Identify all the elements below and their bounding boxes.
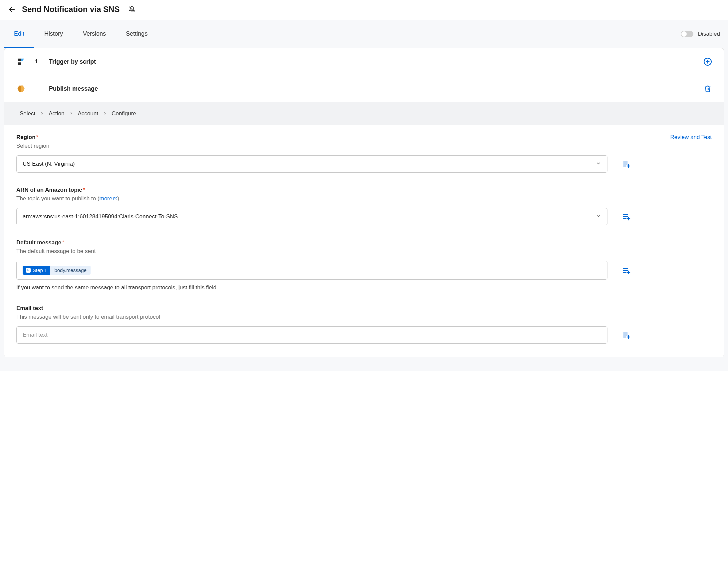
field-default-message-note: If you want to send the same message to … — [16, 284, 712, 291]
region-value: US East (N. Virginia) — [23, 161, 75, 167]
step-data-pill[interactable]: FStep 1 body.message — [23, 266, 90, 275]
plus-circle-icon — [703, 57, 712, 66]
enable-toggle[interactable] — [681, 31, 693, 37]
trash-icon — [704, 85, 711, 92]
insert-step-data-button[interactable] — [622, 160, 631, 168]
breadcrumb-select[interactable]: Select — [20, 110, 35, 117]
arn-value: arn:aws:sns:us-east-1:601284195094:Clari… — [23, 213, 178, 220]
insert-data-icon — [622, 160, 630, 168]
breadcrumb-account[interactable]: Account — [78, 110, 98, 117]
tabs: Edit History Versions Settings — [4, 20, 158, 48]
field-region-help: Select region — [16, 143, 712, 149]
arn-more-link[interactable]: more — [99, 195, 117, 202]
breadcrumb-action[interactable]: Action — [49, 110, 64, 117]
insert-data-icon — [622, 213, 630, 221]
field-email-text-help: This message will be sent only to email … — [16, 314, 712, 320]
claris-icon — [16, 56, 26, 67]
trigger-step-number: 1 — [35, 58, 40, 65]
insert-data-icon — [622, 331, 630, 339]
field-arn: ARN of an Amazon topic* The topic you wa… — [16, 187, 712, 225]
required-asterisk: * — [83, 187, 85, 193]
svg-marker-6 — [21, 86, 25, 92]
required-asterisk: * — [62, 239, 64, 246]
enable-toggle-wrap: Disabled — [681, 31, 720, 37]
add-step-button[interactable] — [703, 57, 712, 66]
notifications-muted-icon[interactable] — [128, 6, 135, 13]
delete-step-button[interactable] — [703, 84, 712, 93]
field-arn-help: The topic you want to publish to (more) — [16, 195, 712, 202]
svg-line-12 — [115, 197, 116, 199]
page-header: Send Notification via SNS — [0, 0, 728, 20]
field-region: Region* Select region US East (N. Virgin… — [16, 134, 712, 173]
arrow-left-icon — [8, 6, 16, 13]
enable-toggle-label: Disabled — [698, 31, 720, 37]
trigger-step-title: Trigger by script — [49, 58, 694, 65]
configure-form: Review and Test Region* Select region US… — [4, 125, 724, 357]
aws-sns-icon — [16, 83, 26, 94]
chevron-down-icon — [596, 161, 601, 168]
tab-versions[interactable]: Versions — [73, 20, 116, 48]
chevron-right-icon — [69, 110, 73, 117]
chevron-right-icon — [40, 110, 44, 117]
default-message-input[interactable]: FStep 1 body.message — [16, 261, 607, 280]
field-email-text: Email text This message will be sent onl… — [16, 305, 712, 344]
breadcrumb-configure[interactable]: Configure — [111, 110, 136, 117]
workspace: 1 Trigger by script Publish message Sele… — [0, 48, 728, 371]
insert-step-data-button[interactable] — [622, 331, 631, 339]
action-step-row[interactable]: Publish message — [4, 75, 724, 102]
flow-panel: 1 Trigger by script Publish message Sele… — [4, 48, 724, 357]
required-asterisk: * — [36, 134, 38, 140]
action-step-title: Publish message — [49, 86, 694, 92]
field-default-message-label: Default message* — [16, 239, 712, 246]
field-email-text-label: Email text — [16, 305, 712, 312]
trigger-step-row[interactable]: 1 Trigger by script — [4, 48, 724, 75]
tab-settings[interactable]: Settings — [116, 20, 158, 48]
email-text-input-wrap — [16, 326, 607, 344]
step-pill-f-icon: F — [26, 268, 31, 273]
page-title: Send Notification via SNS — [22, 5, 120, 14]
field-default-message: Default message* The default message to … — [16, 239, 712, 291]
tab-history[interactable]: History — [34, 20, 73, 48]
external-link-icon — [113, 196, 117, 201]
chevron-right-icon — [103, 110, 107, 117]
tab-edit[interactable]: Edit — [4, 20, 34, 48]
field-default-message-help: The default message to be sent — [16, 248, 712, 255]
tabs-bar: Edit History Versions Settings Disabled — [0, 20, 728, 48]
insert-step-data-button[interactable] — [622, 212, 631, 221]
chevron-down-icon — [596, 213, 601, 220]
region-select[interactable]: US East (N. Virginia) — [16, 155, 607, 173]
back-button[interactable] — [8, 5, 16, 13]
breadcrumbs: Select Action Account Configure — [4, 102, 724, 125]
field-arn-label: ARN of an Amazon topic* — [16, 187, 712, 193]
email-text-input[interactable] — [23, 332, 601, 338]
insert-data-icon — [622, 266, 630, 274]
insert-step-data-button[interactable] — [622, 266, 631, 275]
review-and-test-link[interactable]: Review and Test — [670, 134, 712, 141]
arn-select[interactable]: arn:aws:sns:us-east-1:601284195094:Clari… — [16, 208, 607, 225]
field-region-label: Region* — [16, 134, 712, 141]
